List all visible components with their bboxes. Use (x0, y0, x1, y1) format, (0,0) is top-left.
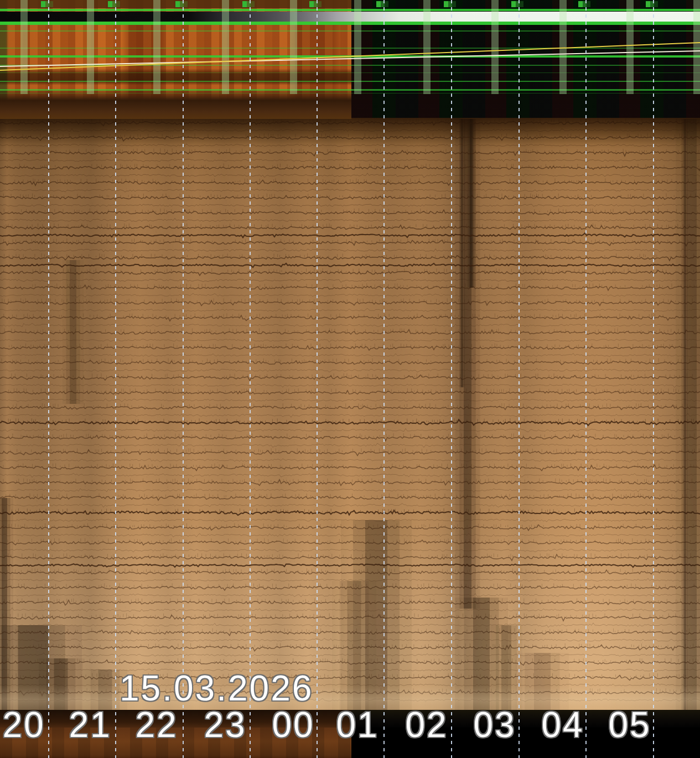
hour-label: 00 (272, 707, 314, 743)
hour-label: 23 (204, 707, 246, 743)
hour-gridline (115, 0, 116, 758)
hour-gridline (250, 0, 251, 758)
hour-label: 21 (69, 707, 111, 743)
hour-label: 20 (2, 707, 45, 743)
hour-label: 01 (336, 707, 378, 743)
hour-label: 03 (473, 707, 516, 743)
hour-gridline (383, 0, 385, 758)
diagonal-signal-lines (0, 0, 700, 119)
waterfall-display: 15.03.2026 20212223000102030405 (0, 0, 700, 758)
white-signal-line (0, 51, 700, 66)
yellow-signal-line (0, 43, 700, 70)
hour-gridline (451, 0, 452, 758)
hour-label: 04 (541, 707, 584, 743)
hour-gridline (518, 0, 520, 758)
hour-gridline (48, 0, 49, 758)
date-label: 15.03.2026 (120, 671, 313, 706)
trace-canvas (0, 118, 700, 758)
hour-gridline (183, 0, 184, 758)
hour-label: 05 (608, 707, 651, 743)
hour-gridline (653, 0, 654, 758)
hour-label: 22 (135, 707, 178, 743)
hour-gridline (585, 0, 587, 758)
hour-gridline (317, 0, 318, 758)
hour-label: 02 (405, 707, 448, 743)
